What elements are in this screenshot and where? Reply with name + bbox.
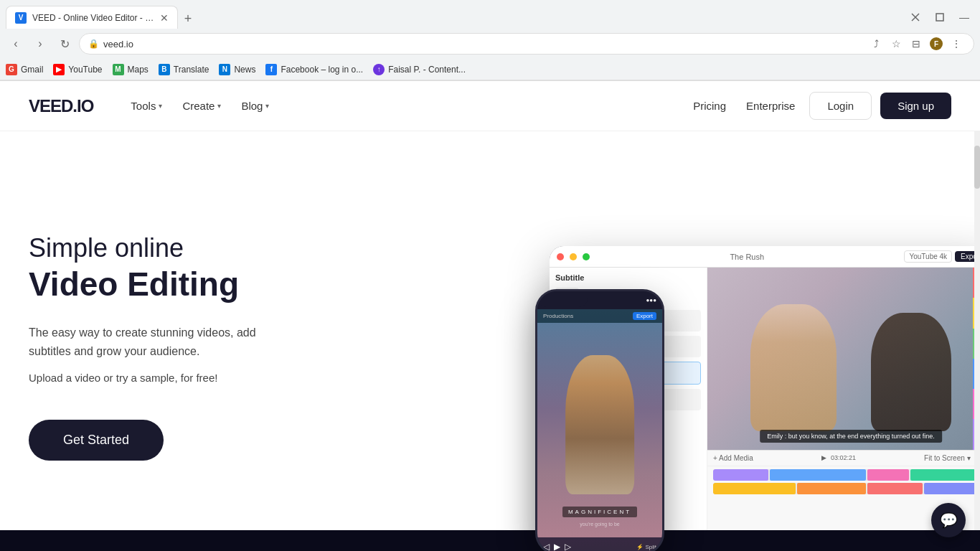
phone-person-silhouette [565, 355, 634, 494]
chat-support-button[interactable]: 💬 [931, 503, 966, 537]
browser-titlebar: V VEED - Online Video Editor - Vid... ✕ … [0, 0, 980, 29]
segment-7 [867, 483, 923, 494]
tools-chevron-icon: ▾ [159, 102, 162, 110]
blog-chevron-icon: ▾ [265, 102, 269, 110]
window-minimize[interactable] [905, 7, 925, 27]
profile-icon[interactable]: F [928, 35, 945, 52]
segment-6 [797, 483, 866, 494]
login-button[interactable]: Login [809, 92, 872, 120]
address-bar[interactable]: 🔒 veed.io ⤴ ☆ ⊟ F ⋮ [79, 33, 974, 55]
hero-text: Simple online Video Editing The easy way… [29, 232, 256, 461]
phone-title-overlay: you're going to be [580, 522, 619, 527]
faisalp-label: Faisal P. - Content... [388, 65, 466, 75]
toolbar-dot-red [557, 253, 564, 260]
nav-right: Pricing Enterprise Login Sign up [687, 92, 951, 120]
bookmark-gmail[interactable]: G Gmail [6, 64, 43, 75]
phone-play-icon[interactable]: ▶ [554, 542, 560, 551]
timeline-tracks [707, 466, 980, 497]
bookmark-facebook[interactable]: f Facebook – log in o... [265, 64, 363, 75]
svg-rect-2 [936, 14, 943, 21]
phone-mockup: ●●● Productions Export MAGNIFICENT [535, 289, 664, 551]
create-chevron-icon: ▾ [217, 102, 221, 110]
window-close[interactable]: — [954, 7, 974, 27]
person-1-silhouette [750, 304, 837, 431]
phone-production-label: Productions [543, 313, 573, 319]
bookmarks-bar: G Gmail ▶ YouTube M Maps B Translate N N… [0, 59, 980, 80]
bookmark-translate[interactable]: B Translate [159, 64, 209, 75]
site-navigation: VEED.IO Tools ▾ Create ▾ Blog ▾ Pricing … [0, 81, 980, 131]
toolbar-dot-green [583, 253, 590, 260]
window-maximize[interactable] [930, 7, 950, 27]
nav-create-label: Create [182, 100, 215, 112]
facebook-favicon: f [265, 64, 277, 75]
bookmark-faisalp[interactable]: ↑ Faisal P. - Content... [373, 64, 466, 75]
svg-text:F: F [934, 40, 938, 48]
bookmark-news[interactable]: N News [219, 64, 255, 75]
news-label: News [234, 65, 255, 75]
tab-title: VEED - Online Video Editor - Vid... [32, 13, 154, 23]
track-2 [713, 483, 980, 494]
page-content: VEED.IO Tools ▾ Create ▾ Blog ▾ Pricing … [0, 81, 980, 551]
hero-note: Upload a video or try a sample, for free… [29, 372, 256, 384]
nav-links: Tools ▾ Create ▾ Blog ▾ [122, 94, 687, 118]
tab-favicon: V [15, 12, 27, 24]
new-tab-button[interactable]: + [178, 9, 198, 29]
site-logo[interactable]: VEED.IO [29, 96, 93, 116]
segment-2 [770, 469, 866, 481]
fit-screen-btn[interactable]: Fit to Screen ▾ [924, 454, 970, 462]
hero-subtitle: Simple online [29, 232, 256, 263]
phone-skip-icon[interactable]: ▷ [565, 542, 571, 551]
address-actions: ⤴ ☆ ⊟ F ⋮ [867, 35, 965, 52]
news-favicon: N [219, 64, 230, 75]
phone-video-area: MAGNIFICENT you're going to be [537, 323, 662, 537]
tab-close-button[interactable]: ✕ [160, 12, 169, 24]
bookmark-star-icon[interactable]: ☆ [887, 35, 905, 52]
segment-8 [924, 483, 979, 494]
browser-addressbar: ‹ › ↻ 🔒 veed.io ⤴ ☆ ⊟ F ⋮ [0, 29, 980, 59]
phone-controls: ◁ ▶ ▷ ⚡ Split [537, 537, 662, 551]
share-icon[interactable]: ⤴ [867, 35, 885, 52]
phone-back-icon[interactable]: ◁ [543, 542, 550, 551]
youtube-4k-badge: YouTube 4k [904, 250, 952, 263]
phone-status-text: ●●● [646, 297, 663, 303]
segment-3 [867, 469, 909, 481]
nav-blog[interactable]: Blog ▾ [232, 94, 278, 118]
segment-5 [713, 483, 796, 494]
add-media-btn[interactable]: + Add Media [713, 454, 753, 462]
phone-status-bar: ●●● [537, 291, 662, 309]
toolbar-dot-yellow [570, 253, 577, 260]
scrollbar-thumb[interactable] [974, 146, 980, 189]
menu-icon[interactable]: ⋮ [948, 35, 965, 52]
reload-button[interactable]: ↻ [55, 34, 75, 54]
bookmark-maps[interactable]: M Maps [113, 64, 149, 75]
nav-create[interactable]: Create ▾ [174, 94, 230, 118]
play-icon[interactable]: ▶ [821, 454, 826, 461]
faisalp-favicon: ↑ [373, 64, 385, 75]
hero-description: The easy way to create stunning videos, … [29, 324, 256, 360]
nav-enterprise[interactable]: Enterprise [740, 94, 801, 118]
timeline-playback: ▶ 03:02:21 [758, 454, 920, 461]
maps-label: Maps [128, 65, 149, 75]
signup-button[interactable]: Sign up [880, 93, 951, 119]
facebook-label: Facebook – log in o... [281, 65, 363, 75]
translate-favicon: B [159, 64, 170, 75]
person-2-silhouette [871, 313, 951, 431]
back-button[interactable]: ‹ [6, 34, 26, 54]
bookmark-youtube[interactable]: ▶ YouTube [53, 64, 102, 75]
get-started-button[interactable]: Get Started [29, 420, 164, 461]
nav-tools-label: Tools [131, 100, 156, 112]
hero-title: Video Editing [29, 266, 256, 303]
tablet-video-area: Emily : but you know, at the end everyth… [707, 268, 980, 450]
timeline-time: 03:02:21 [831, 454, 856, 461]
nav-pricing[interactable]: Pricing [687, 94, 732, 118]
phone-split-label[interactable]: ⚡ Split [636, 544, 656, 550]
forward-button[interactable]: › [30, 34, 50, 54]
active-browser-tab[interactable]: V VEED - Online Video Editor - Vid... ✕ [6, 6, 178, 29]
toolbar-title-area: The Rush [595, 253, 898, 261]
phone-export-btn[interactable]: Export [633, 312, 656, 320]
nav-tools[interactable]: Tools ▾ [122, 94, 171, 118]
page-scrollbar[interactable] [974, 131, 980, 547]
sidebar-icon[interactable]: ⊟ [908, 35, 925, 52]
translate-label: Translate [174, 65, 209, 75]
maps-favicon: M [113, 64, 124, 75]
